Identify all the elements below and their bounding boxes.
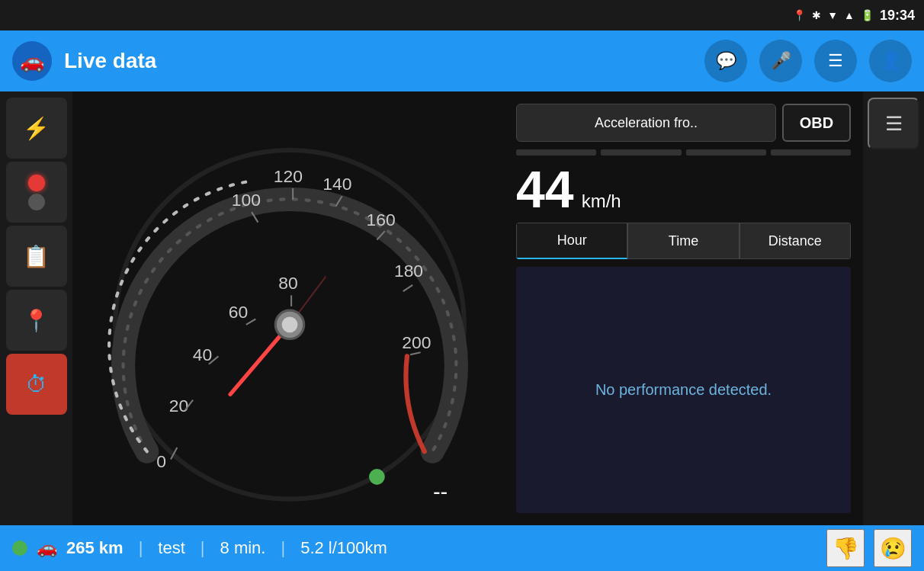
obd-label: OBD (800, 114, 833, 132)
svg-text:20: 20 (169, 396, 188, 415)
profile-icon: 👤 (881, 51, 901, 71)
tab-time-label: Time (669, 233, 698, 249)
app-icon: 🚗 (12, 41, 52, 81)
mic-button[interactable]: 🎤 (759, 40, 802, 82)
location-icon: 📍 (23, 308, 50, 333)
list-button[interactable]: ☰ (868, 98, 919, 149)
progress-bar-1 (516, 149, 596, 156)
svg-text:100: 100 (232, 189, 261, 209)
no-performance-area: No performance detected. (516, 267, 851, 513)
sidebar-item-location[interactable]: 📍 (6, 290, 67, 351)
tab-time[interactable]: Time (627, 223, 739, 259)
location-status-icon: 📍 (793, 9, 806, 21)
no-performance-text: No performance detected. (595, 381, 772, 399)
wifi-status-icon: ▼ (827, 9, 838, 21)
svg-point-27 (282, 316, 298, 332)
sad-face-button[interactable]: 😢 (874, 529, 912, 567)
sidebar-item-timer[interactable]: ⏱ (6, 354, 67, 415)
bluetooth-status-icon: ✱ (812, 9, 821, 21)
tab-distance[interactable]: Distance (740, 223, 851, 259)
info-button[interactable]: 💬 (704, 40, 747, 82)
svg-text:--: -- (433, 479, 448, 503)
hamburger-icon: ☰ (828, 51, 843, 71)
speedometer-area: 0 20 40 60 80 120 100 140 160 180 200 (72, 91, 507, 525)
info-icon: 💬 (716, 51, 736, 71)
status-bar: 📍 ✱ ▼ ▲ 🔋 19:34 (0, 0, 924, 30)
tab-hour-label: Hour (557, 233, 587, 249)
svg-text:s: s (437, 503, 444, 507)
tabs-row: Hour Time Distance (516, 223, 851, 259)
bottom-car-icon: 🚗 (37, 538, 57, 558)
bottom-green-indicator (12, 541, 27, 556)
mic-icon: 🎤 (771, 51, 791, 71)
thumbs-down-icon: 👎 (833, 536, 859, 561)
clipboard-icon: 📋 (23, 244, 50, 269)
svg-text:40: 40 (193, 344, 212, 364)
svg-text:60: 60 (229, 302, 248, 322)
tab-hour[interactable]: Hour (516, 223, 627, 259)
svg-text:180: 180 (394, 261, 423, 281)
bottom-trip-name: test (158, 538, 184, 558)
profile-button[interactable]: 👤 (869, 40, 912, 82)
svg-text:0: 0 (156, 451, 166, 471)
bottom-separator-3: | (281, 538, 285, 558)
bottom-consumption: 5.2 l/100km (300, 538, 387, 558)
right-sidebar: ☰ (863, 91, 924, 525)
progress-bar-3 (686, 149, 766, 156)
sad-face-icon: 😢 (880, 536, 906, 561)
sidebar-item-lightning[interactable]: ⚡ (6, 98, 67, 159)
battery-status-icon: 🔋 (861, 9, 874, 21)
svg-text:200: 200 (402, 332, 431, 352)
title-bar: 🚗 Live data 💬 🎤 ☰ 👤 (0, 30, 924, 91)
bottom-separator-2: | (201, 538, 205, 558)
progress-bar-2 (601, 149, 681, 156)
timer-icon: ⏱ (26, 372, 47, 397)
svg-text:140: 140 (322, 174, 351, 194)
top-controls: Acceleration fro.. OBD (516, 104, 851, 142)
sidebar-item-clipboard[interactable]: 📋 (6, 226, 67, 287)
accel-label: Acceleration fro.. (595, 115, 698, 131)
app-title: Live data (64, 49, 692, 73)
menu-button[interactable]: ☰ (814, 40, 857, 82)
progress-bars (516, 149, 851, 156)
bottom-bar: 🚗 265 km | test | 8 min. | 5.2 l/100km 👎… (0, 525, 924, 571)
speed-display: 44 km/h (516, 163, 851, 215)
acceleration-button[interactable]: Acceleration fro.. (516, 104, 776, 142)
left-sidebar: ⚡ 📋 📍 ⏱ (0, 91, 72, 525)
svg-text:80: 80 (278, 273, 297, 293)
speedometer-svg: 0 20 40 60 80 120 100 140 160 180 200 (91, 111, 488, 507)
status-time: 19:34 (880, 8, 915, 24)
obd-button[interactable]: OBD (782, 104, 851, 142)
tab-distance-label: Distance (768, 233, 822, 249)
signal-status-icon: ▲ (844, 9, 855, 21)
svg-point-28 (369, 469, 385, 485)
bottom-distance: 265 km (66, 538, 124, 558)
thumbs-down-button[interactable]: 👎 (826, 529, 865, 567)
lightning-icon: ⚡ (23, 116, 50, 141)
svg-text:120: 120 (274, 165, 303, 185)
progress-bar-4 (771, 149, 851, 156)
main-content: ⚡ 📋 📍 ⏱ (0, 91, 924, 525)
list-icon: ☰ (885, 112, 903, 136)
speed-unit: km/h (582, 191, 621, 212)
speed-value: 44 (516, 163, 574, 215)
sidebar-item-traffic-light[interactable] (6, 162, 67, 223)
bottom-duration: 8 min. (220, 538, 266, 558)
bottom-separator-1: | (139, 538, 143, 558)
right-panel: Acceleration fro.. OBD 44 km/h Hour Time (507, 91, 863, 525)
svg-text:160: 160 (367, 209, 396, 229)
